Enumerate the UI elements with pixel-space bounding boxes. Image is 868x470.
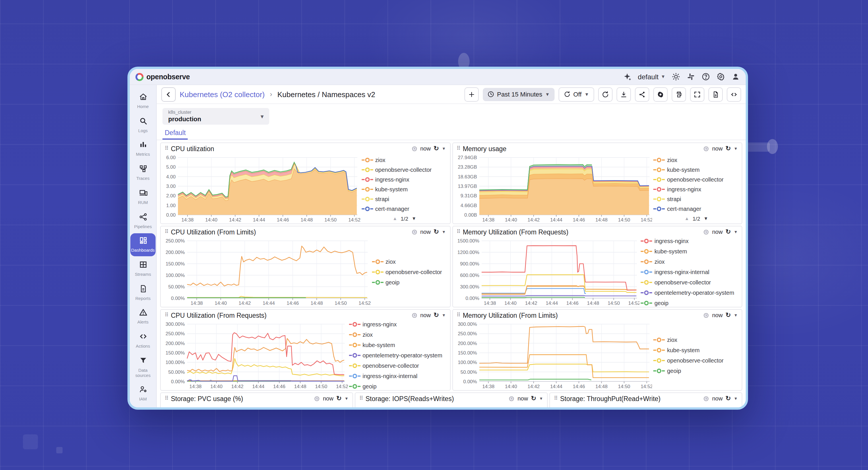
panel-refresh-icon[interactable]: ↻ [725,312,731,318]
legend-item-strapi[interactable]: strapi [361,196,447,202]
code-view-button[interactable] [727,87,741,101]
legend-item-ziox[interactable]: ziox [349,331,447,338]
legend-item-cert-manager[interactable]: cert-manager [361,206,447,212]
print-button[interactable] [672,87,686,101]
sidebar-item-home[interactable]: Home [130,90,156,112]
panel-refresh-icon[interactable]: ↻ [531,395,536,402]
refresh-button[interactable] [598,87,613,101]
breadcrumb-folder-link[interactable]: Kubernetes (O2 collector) [180,90,265,98]
legend-item-ingress-nginx-internal[interactable]: ingress-nginx-internal [349,373,447,379]
user-avatar-icon[interactable] [732,72,740,81]
chart-memory-usage[interactable]: 0.00B4.66GB9.31GB13.97GB18.63GB23.28GB27… [453,154,652,224]
sidebar-item-pipelines[interactable]: Pipelines [130,209,156,232]
legend-item-geoip[interactable]: geoip [653,368,739,374]
fullscreen-button[interactable] [690,87,704,101]
chevron-down-icon[interactable]: ▼ [539,396,543,401]
sidebar-item-dashboards[interactable]: Dashboards [130,234,156,256]
legend-item-openobserve-collector[interactable]: openobserve-collector [653,176,739,183]
k8s-cluster-variable-select[interactable]: k8s_cluster production ▼ [162,108,269,125]
legend-item-geoip[interactable]: geoip [349,383,447,389]
drag-handle-icon[interactable]: ⠿ [165,313,168,318]
chevron-down-icon[interactable]: ▼ [734,147,738,150]
chart-cpu-utilization-from-requests[interactable]: 0.00%50.00%100.00%150.00%200.00%250.00%3… [161,321,348,390]
legend-item-kube-system[interactable]: kube-system [641,248,739,255]
legend-item-ziox[interactable]: ziox [372,259,447,265]
panel-refresh-icon[interactable]: ↻ [434,145,439,152]
slack-icon[interactable] [687,72,695,81]
legend-page-down-icon[interactable]: ▼ [412,216,416,221]
drag-handle-icon[interactable]: ⠿ [457,229,460,234]
chevron-down-icon[interactable]: ▼ [734,230,738,234]
legend-item-ingress-nginx[interactable]: ingress-nginx [349,321,447,327]
drag-handle-icon[interactable]: ⠿ [360,396,363,401]
legend-item-opentelemetry-operator-system[interactable]: opentelemetry-operator-system [641,290,739,296]
export-download-button[interactable] [617,87,631,101]
drag-handle-icon[interactable]: ⠿ [457,313,460,318]
chevron-down-icon[interactable]: ▼ [442,147,446,150]
settings-gear-icon[interactable] [716,72,725,81]
sidebar-item-streams[interactable]: Streams [130,257,156,280]
legend-item-kube-system[interactable]: kube-system [653,167,739,173]
drag-handle-icon[interactable]: ⠿ [457,146,460,151]
chart-cpu-utilization[interactable]: 0.001.002.003.004.005.006.0014:3814:4014… [161,154,360,224]
sidebar-item-reports[interactable]: Reports [130,282,156,304]
chevron-down-icon[interactable]: ▼ [344,396,348,401]
chart-cpu-utilization-from-limits[interactable]: 0.00%50.00%100.00%150.00%200.00%250.00%1… [161,237,371,307]
chart-memory-utilization-from-requests[interactable]: 0.00%300.00%600.00%900.00%1200.00%1500.0… [453,237,640,307]
legend-item-openobserve-collector[interactable]: openobserve-collector [361,167,447,173]
legend-item-ingress-nginx[interactable]: ingress-nginx [641,238,739,244]
sidebar-item-traces[interactable]: Traces [130,161,156,184]
back-button[interactable] [161,87,176,101]
legend-item-kube-system[interactable]: kube-system [653,347,739,353]
panel-refresh-icon[interactable]: ↻ [434,312,439,318]
legend-page-up-icon[interactable]: ▲ [685,216,689,221]
legend-item-opentelemetry-operator-system[interactable]: opentelemetry-operator-system [349,352,447,358]
auto-refresh-picker[interactable]: Off ▼ [558,87,594,101]
chart-memory-utilization-from-limits[interactable]: 0.00%50.00%100.00%150.00%200.00%250.00%3… [453,321,652,390]
drag-handle-icon[interactable]: ⠿ [165,229,168,234]
time-range-picker[interactable]: Past 15 Minutes ▼ [483,88,555,101]
dashboard-settings-button[interactable] [653,87,668,101]
legend-item-ingress-nginx[interactable]: ingress-nginx [653,186,739,193]
chevron-down-icon[interactable]: ▼ [734,396,738,401]
org-selector[interactable]: default ▼ [638,73,665,81]
legend-item-ziox[interactable]: ziox [653,157,739,163]
legend-item-cert-manager[interactable]: cert-manager [653,206,739,212]
panel-refresh-icon[interactable]: ↻ [725,145,731,152]
theme-toggle-icon[interactable] [672,72,680,81]
chevron-down-icon[interactable]: ▼ [442,230,446,234]
legend-item-openobserve-collector[interactable]: openobserve-collector [641,279,739,286]
sidebar-item-logs[interactable]: Logs [130,114,156,136]
share-button[interactable] [635,87,649,101]
sidebar-item-metrics[interactable]: Metrics [130,138,156,160]
legend-page-down-icon[interactable]: ▼ [704,216,708,221]
legend-item-kube-system[interactable]: kube-system [349,342,447,348]
panel-refresh-icon[interactable]: ↻ [725,229,731,235]
drag-handle-icon[interactable]: ⠿ [165,396,168,401]
panel-refresh-icon[interactable]: ↻ [434,229,439,235]
legend-item-ziox[interactable]: ziox [361,157,447,163]
legend-item-strapi[interactable]: strapi [653,196,739,202]
legend-item-openobserve-collector[interactable]: openobserve-collector [372,269,447,275]
legend-item-openobserve-collector[interactable]: openobserve-collector [653,357,739,364]
sidebar-item-iam[interactable]: IAM [130,382,156,405]
add-panel-button[interactable] [464,87,479,101]
sidebar-item-alerts[interactable]: Alerts [130,305,156,328]
panel-refresh-icon[interactable]: ↻ [725,395,731,402]
legend-item-kube-system[interactable]: kube-system [361,186,447,193]
tab-default[interactable]: Default [162,129,188,140]
chevron-down-icon[interactable]: ▼ [442,313,446,317]
chevron-down-icon[interactable]: ▼ [734,313,738,317]
help-icon[interactable] [702,72,710,81]
legend-page-up-icon[interactable]: ▲ [393,216,397,221]
legend-item-ingress-nginx-internal[interactable]: ingress-nginx-internal [641,269,739,275]
legend-item-ziox[interactable]: ziox [653,337,739,343]
drag-handle-icon[interactable]: ⠿ [554,396,557,401]
panel-refresh-icon[interactable]: ↻ [336,395,342,402]
ai-sparkle-icon[interactable] [623,72,631,81]
json-doc-button[interactable] [708,87,723,101]
legend-item-openobserve-collector[interactable]: openobserve-collector [349,362,447,369]
drag-handle-icon[interactable]: ⠿ [165,146,168,151]
sidebar-item-rum[interactable]: RUM [130,185,156,208]
sidebar-item-actions[interactable]: Actions [130,329,156,352]
